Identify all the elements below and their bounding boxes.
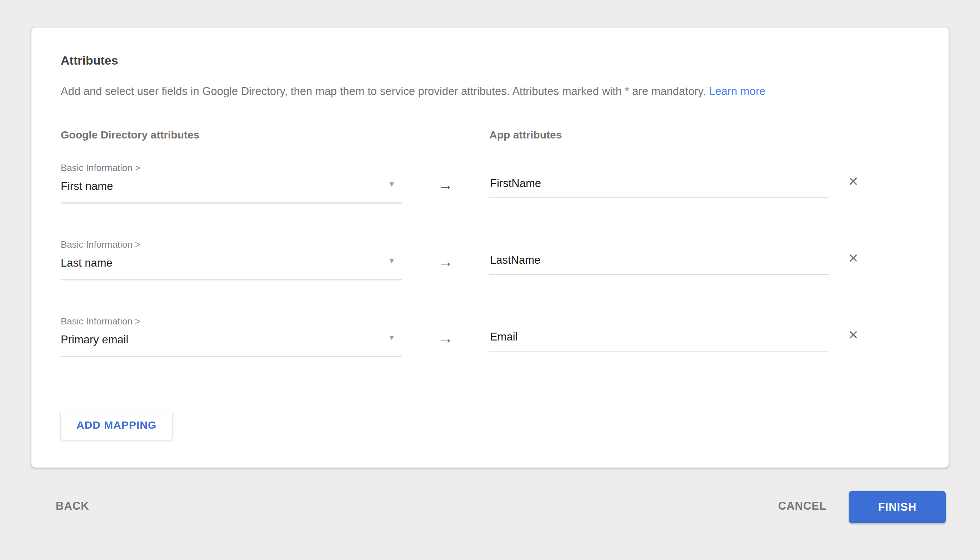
remove-mapping-button[interactable]: ✕ bbox=[848, 329, 858, 342]
mapping-row: Basic Information > Primary email ▼ → ✕ bbox=[61, 316, 919, 357]
map-arrow-icon: → bbox=[402, 239, 489, 269]
columns-header: Google Directory attributes App attribut… bbox=[61, 129, 919, 141]
cancel-button[interactable]: CANCEL bbox=[778, 500, 826, 513]
remove-mapping-cell: ✕ bbox=[848, 239, 858, 265]
app-attribute-input[interactable] bbox=[489, 177, 829, 198]
attribute-category-label: Basic Information > bbox=[61, 239, 402, 250]
app-attribute-input[interactable] bbox=[489, 330, 829, 352]
attribute-category-label: Basic Information > bbox=[61, 316, 402, 327]
attribute-mapping-card: Attributes Add and select user fields in… bbox=[32, 27, 948, 468]
page-title: Attributes bbox=[61, 53, 919, 67]
finish-button[interactable]: FINISH bbox=[849, 491, 946, 523]
close-icon: ✕ bbox=[848, 251, 858, 265]
add-mapping-button[interactable]: ADD MAPPING bbox=[61, 410, 172, 440]
attributes-description: Add and select user fields in Google Dir… bbox=[61, 85, 919, 98]
mapping-row: Basic Information > Last name ▼ → ✕ bbox=[61, 239, 919, 280]
remove-mapping-button[interactable]: ✕ bbox=[848, 175, 858, 188]
close-icon: ✕ bbox=[848, 328, 858, 342]
google-directory-attributes-header: Google Directory attributes bbox=[61, 129, 402, 141]
back-button[interactable]: BACK bbox=[56, 500, 89, 513]
remove-mapping-cell: ✕ bbox=[848, 162, 858, 188]
app-attribute-cell bbox=[489, 162, 829, 198]
chevron-down-icon: ▼ bbox=[388, 180, 396, 188]
google-attribute-dropdown[interactable]: Basic Information > First name ▼ bbox=[61, 162, 402, 203]
chevron-down-icon: ▼ bbox=[388, 257, 396, 265]
dropdown-underline bbox=[61, 356, 402, 357]
description-text: Add and select user fields in Google Dir… bbox=[61, 85, 706, 97]
google-attribute-value: Primary email bbox=[61, 333, 402, 347]
google-attribute-dropdown[interactable]: Basic Information > Last name ▼ bbox=[61, 239, 402, 280]
learn-more-link[interactable]: Learn more bbox=[709, 85, 766, 97]
dropdown-underline bbox=[61, 202, 402, 203]
app-attribute-cell bbox=[489, 239, 829, 275]
app-attribute-cell bbox=[489, 316, 829, 352]
chevron-down-icon: ▼ bbox=[388, 334, 396, 341]
remove-mapping-button[interactable]: ✕ bbox=[848, 252, 858, 265]
google-attribute-value: Last name bbox=[61, 256, 402, 270]
dropdown-underline bbox=[61, 279, 402, 280]
map-arrow-icon: → bbox=[402, 316, 489, 346]
mapping-rows: Basic Information > First name ▼ → ✕ Bas… bbox=[61, 162, 919, 357]
mapping-row: Basic Information > First name ▼ → ✕ bbox=[61, 162, 919, 203]
google-attribute-value: First name bbox=[61, 180, 402, 193]
map-arrow-icon: → bbox=[402, 162, 489, 192]
google-attribute-dropdown[interactable]: Basic Information > Primary email ▼ bbox=[61, 316, 402, 357]
remove-mapping-cell: ✕ bbox=[848, 316, 858, 342]
app-attributes-header: App attributes bbox=[489, 129, 829, 141]
app-attribute-input[interactable] bbox=[489, 253, 829, 275]
close-icon: ✕ bbox=[848, 174, 858, 189]
attribute-category-label: Basic Information > bbox=[61, 162, 402, 173]
